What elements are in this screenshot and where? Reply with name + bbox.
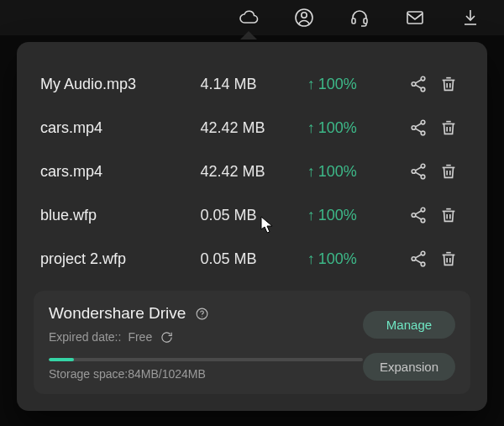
table-row: cars.mp4 42.42 MB ↑100% (40, 106, 464, 150)
cloud-icon[interactable] (239, 8, 259, 28)
upload-status: ↑100% (307, 76, 403, 93)
file-size: 0.05 MB (201, 250, 307, 268)
upload-arrow-icon: ↑ (307, 207, 315, 224)
trash-icon[interactable] (433, 75, 464, 93)
trash-icon[interactable] (433, 250, 464, 268)
file-name: project 2.wfp (40, 250, 201, 268)
svg-point-11 (421, 164, 425, 168)
svg-point-17 (421, 251, 425, 255)
svg-rect-4 (407, 12, 423, 24)
file-name: blue.wfp (40, 207, 201, 224)
profile-icon[interactable] (294, 8, 314, 28)
upload-arrow-icon: ↑ (307, 250, 315, 267)
refresh-icon[interactable] (159, 329, 174, 344)
svg-point-13 (421, 175, 425, 179)
storage-text: Storage space:84MB/1024MB (49, 367, 363, 381)
drive-title: Wondershare Drive (49, 304, 186, 323)
svg-point-14 (421, 208, 425, 212)
svg-point-1 (302, 13, 307, 18)
svg-point-16 (421, 218, 425, 223)
file-name: cars.mp4 (40, 119, 201, 137)
mail-icon[interactable] (405, 8, 425, 28)
manage-button[interactable]: Manage (363, 311, 455, 339)
file-size: 4.14 MB (201, 76, 307, 93)
upload-status: ↑100% (307, 163, 403, 181)
svg-point-10 (421, 131, 425, 135)
top-toolbar (0, 0, 504, 35)
cloud-popover: My Audio.mp3 4.14 MB ↑100% cars.mp4 42.4… (17, 42, 487, 411)
file-name: My Audio.mp3 (40, 76, 201, 93)
share-icon[interactable] (403, 118, 433, 137)
expired-label: Expired date:: (49, 330, 121, 344)
upload-status: ↑100% (307, 119, 403, 137)
share-icon[interactable] (403, 75, 433, 93)
download-icon[interactable] (460, 8, 480, 28)
trash-icon[interactable] (433, 162, 464, 181)
storage-progress-fill (49, 358, 74, 361)
storage-progress (49, 358, 363, 361)
svg-point-12 (412, 170, 416, 174)
help-icon[interactable] (194, 306, 209, 321)
svg-point-15 (412, 213, 416, 218)
table-row: blue.wfp 0.05 MB ↑100% (40, 193, 464, 237)
svg-point-18 (412, 257, 416, 261)
upload-arrow-icon: ↑ (307, 119, 315, 136)
upload-status: ↑100% (307, 207, 403, 224)
share-icon[interactable] (403, 206, 433, 224)
drive-panel: Wondershare Drive Manage Expired date:: … (34, 291, 470, 394)
file-size: 42.42 MB (201, 119, 307, 137)
headset-icon[interactable] (349, 8, 370, 28)
table-row: My Audio.mp3 4.14 MB ↑100% (40, 62, 464, 106)
expansion-button[interactable]: Expansion (363, 353, 455, 381)
svg-point-9 (412, 126, 416, 130)
svg-point-19 (421, 262, 425, 266)
expired-value: Free (128, 330, 152, 344)
share-icon[interactable] (403, 162, 433, 181)
file-size: 0.05 MB (201, 207, 307, 224)
svg-point-21 (202, 316, 202, 317)
svg-point-5 (421, 76, 425, 81)
trash-icon[interactable] (433, 206, 464, 224)
upload-arrow-icon: ↑ (307, 163, 315, 180)
file-size: 42.42 MB (201, 163, 307, 181)
svg-rect-3 (364, 18, 367, 24)
svg-point-7 (421, 87, 425, 92)
svg-rect-2 (352, 18, 355, 24)
upload-status: ↑100% (307, 250, 403, 268)
file-name: cars.mp4 (40, 163, 201, 181)
table-row: project 2.wfp 0.05 MB ↑100% (40, 237, 464, 281)
share-icon[interactable] (403, 250, 433, 268)
file-list: My Audio.mp3 4.14 MB ↑100% cars.mp4 42.4… (34, 57, 470, 291)
svg-point-6 (412, 82, 416, 87)
svg-point-8 (421, 120, 425, 124)
trash-icon[interactable] (433, 118, 464, 137)
upload-arrow-icon: ↑ (307, 76, 315, 92)
table-row: cars.mp4 42.42 MB ↑100% (40, 150, 464, 193)
